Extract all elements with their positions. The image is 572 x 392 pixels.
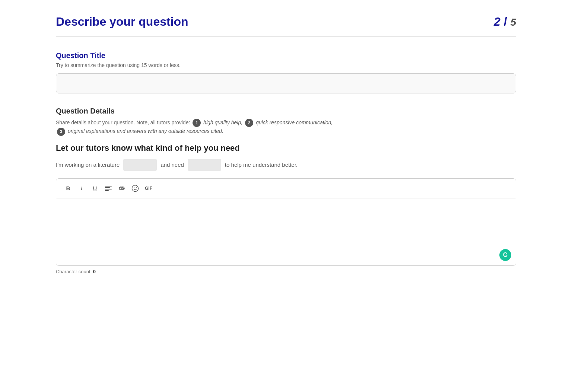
tutors-section: Let our tutors know what kind of help yo… [56, 143, 516, 274]
question-details-label: Question Details [56, 107, 516, 115]
svg-rect-3 [105, 190, 109, 191]
page-header: Describe your question 2 / 5 [56, 15, 516, 29]
align-button[interactable] [102, 182, 114, 194]
badge-2: 2 [245, 119, 253, 127]
sentence-part1: I'm working on a literature [56, 162, 120, 168]
editor-toolbar: B I U [56, 179, 516, 198]
sentence-blank-2[interactable] [188, 159, 221, 171]
sentence-part3: to help me understand better. [225, 162, 298, 168]
char-count-value: 0 [93, 269, 96, 274]
link-button[interactable] [116, 182, 128, 194]
rich-text-editor: B I U [56, 178, 516, 266]
step-current: 2 [494, 15, 500, 28]
original-explanations-text: original explanations and answers with a… [68, 128, 223, 134]
svg-point-5 [134, 187, 134, 188]
question-title-input[interactable] [56, 73, 516, 93]
sentence-blank-1[interactable] [123, 159, 157, 171]
char-count: Character count: 0 [56, 269, 516, 274]
question-title-label: Question Title [56, 51, 516, 60]
svg-rect-0 [105, 186, 112, 187]
editor-wrapper: G [56, 198, 516, 265]
step-total: 5 [510, 16, 516, 28]
badge-3: 3 [57, 128, 65, 136]
svg-point-4 [132, 185, 139, 191]
emoji-button[interactable] [129, 182, 141, 194]
question-title-description: Try to summarize the question using 15 w… [56, 62, 516, 68]
gif-button[interactable]: GIF [143, 182, 155, 194]
question-title-section: Question Title Try to summarize the ques… [56, 51, 516, 93]
svg-rect-2 [105, 189, 112, 189]
italic-button[interactable]: I [76, 182, 88, 194]
grammarly-badge: G [499, 249, 511, 261]
underline-button[interactable]: U [89, 182, 101, 194]
editor-content-area[interactable] [56, 198, 516, 265]
tutors-heading: Let our tutors know what kind of help yo… [56, 143, 516, 153]
page-title: Describe your question [56, 15, 188, 29]
header-divider [56, 36, 516, 36]
sentence-builder: I'm working on a literature and need to … [56, 159, 516, 171]
step-indicator: 2 / 5 [494, 15, 516, 29]
svg-rect-1 [105, 187, 110, 188]
question-details-description: Share details about your question. Note,… [56, 118, 516, 136]
responsive-comm-text: quick responsive communication, [256, 119, 333, 125]
badge-1: 1 [193, 119, 201, 127]
quality-help-text: high quality help, [203, 119, 242, 125]
sentence-part2: and need [161, 162, 184, 168]
bold-button[interactable]: B [62, 182, 74, 194]
question-details-section: Question Details Share details about you… [56, 107, 516, 274]
svg-point-6 [136, 187, 137, 188]
